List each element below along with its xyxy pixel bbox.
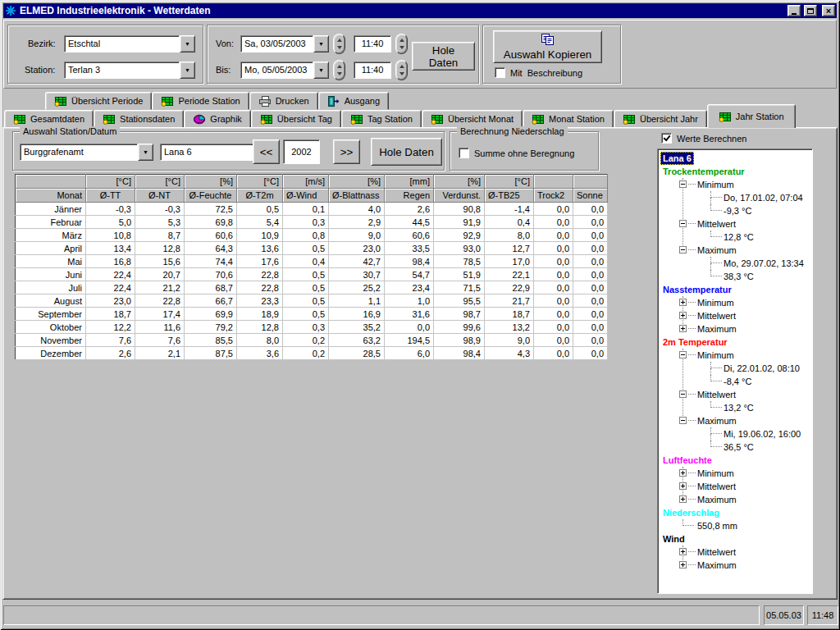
chevron-down-icon[interactable]: ▼ (138, 144, 153, 161)
prev-year-button[interactable]: << (253, 139, 280, 164)
tree-value-node[interactable]: 36,5 °C (724, 441, 754, 454)
tree-node[interactable]: Minimum (697, 178, 734, 191)
werte-berechnen-checkbox[interactable]: Werte Berechnen (661, 133, 746, 144)
tree-expand-icon[interactable] (679, 561, 687, 568)
chevron-down-icon[interactable]: ▼ (180, 62, 195, 79)
tree-expand-icon[interactable] (679, 325, 687, 332)
tree-node[interactable]: Maximum (697, 559, 737, 572)
tree-category-node[interactable]: 2m Temperatur (663, 336, 728, 349)
tree-value-node[interactable]: Di, 22.01.02, 08:10 (724, 362, 800, 375)
station2-value[interactable]: Lana 6 (160, 144, 258, 161)
tree-collapse-icon[interactable] (679, 180, 687, 188)
tree-node[interactable]: Mittelwert (697, 546, 736, 559)
tree-value-node[interactable]: 38,3 °C (724, 270, 754, 283)
tree-expand-icon[interactable] (679, 548, 687, 555)
tree-category-node[interactable]: Niederschlag (663, 506, 719, 519)
tab-tag-station[interactable]: Tag Station (341, 110, 422, 128)
von-date-combobox[interactable]: Sa, 03/05/2003 ▼ (240, 35, 329, 52)
tab-stationsdaten[interactable]: Stationsdaten (94, 110, 184, 128)
chevron-down-icon[interactable]: ▼ (313, 62, 329, 79)
bis-date-combobox[interactable]: Mo, 05/05/2003 ▼ (240, 62, 329, 79)
tree-expand-icon[interactable] (679, 299, 687, 306)
tab-periode-station[interactable]: Periode Station (152, 92, 249, 110)
bis-time-spinner[interactable] (395, 60, 408, 80)
tab-graphik[interactable]: Graphik (184, 110, 251, 128)
von-time-spinner[interactable] (395, 34, 408, 54)
tree-node[interactable]: Minimum (697, 349, 734, 362)
tab-übersicht-periode[interactable]: Übersicht Periode (45, 92, 152, 110)
tree-value-node[interactable]: -8,4 °C (724, 375, 751, 388)
tab-monat-station[interactable]: Monat Station (523, 110, 614, 128)
next-year-button[interactable]: >> (333, 139, 360, 164)
tree-node[interactable]: Maximum (697, 493, 737, 506)
tree-collapse-icon[interactable] (679, 220, 687, 227)
tab-übersicht-tag[interactable]: Übersicht Tag (251, 110, 341, 128)
tree-category-node[interactable]: Luftfeuchte (663, 454, 712, 467)
tree-node[interactable]: Maximum (697, 244, 737, 257)
tree-expand-icon[interactable] (679, 469, 687, 477)
tab-drucken[interactable]: Drucken (249, 92, 318, 110)
checkbox-box[interactable] (459, 148, 469, 158)
von-date-value[interactable]: Sa, 03/05/2003 (240, 35, 313, 52)
von-date-spinner[interactable] (333, 34, 345, 54)
tree-node[interactable]: Maximum (697, 414, 737, 427)
tree-value-node[interactable]: 550,8 mm (697, 519, 737, 532)
station-value[interactable]: Terlan 3 (64, 62, 180, 79)
bezirk-combobox[interactable]: Etschtal ▼ (64, 35, 195, 52)
tree-category-node[interactable]: Wind (663, 532, 685, 546)
close-button[interactable]: × (822, 5, 835, 16)
tab-übersicht-monat[interactable]: Übersicht Monat (422, 110, 523, 128)
tree-node[interactable]: Mittelwert (697, 309, 736, 322)
chevron-down-icon[interactable]: ▼ (180, 35, 195, 52)
von-time-field[interactable]: 11:40 (354, 35, 391, 52)
tree-node[interactable]: Minimum (697, 467, 734, 480)
tree-category-node[interactable]: Nasstemperatur (663, 283, 732, 296)
tree-expand-icon[interactable] (679, 495, 687, 503)
mit-beschreibung-checkbox[interactable]: Mit Beschreibung (495, 67, 582, 78)
checkbox-box[interactable] (495, 67, 505, 78)
summe-ohne-beregnung-checkbox[interactable]: Summe ohne Beregnung (459, 148, 574, 158)
hole-daten-button-2[interactable]: Hole Daten (371, 138, 442, 166)
tree-value-node[interactable]: Do, 17.01.02, 07:04 (724, 191, 803, 204)
checkbox-box[interactable] (661, 133, 672, 144)
tree-node[interactable]: Mittelwert (697, 480, 736, 493)
maximize-button[interactable] (804, 5, 817, 16)
tree-collapse-icon[interactable] (679, 417, 687, 424)
tree-node[interactable]: Mittelwert (697, 388, 736, 401)
tab-jahr-station[interactable]: Jahr Station (707, 104, 796, 128)
tree-value-node[interactable]: Mo, 29.07.02, 13:34 (724, 257, 804, 270)
tree-selected-node[interactable]: Lana 6 (660, 152, 694, 165)
minimize-button[interactable] (788, 5, 801, 16)
tree-expand-icon[interactable] (679, 312, 687, 319)
table-icon (532, 114, 545, 125)
tree-value-node[interactable]: 13,2 °C (724, 401, 754, 414)
tab-übersicht-jahr[interactable]: Übersicht Jahr (614, 110, 707, 128)
tree-node[interactable]: Maximum (697, 322, 737, 336)
district-combobox[interactable]: Burggrafenamt ▼ (20, 144, 153, 161)
snowflake-app-icon[interactable] (5, 5, 16, 16)
tree-collapse-icon[interactable] (679, 246, 687, 253)
tree-collapse-icon[interactable] (679, 351, 687, 358)
tree-value-node[interactable]: -9,3 °C (724, 204, 751, 217)
bezirk-value[interactable]: Etschtal (64, 35, 180, 52)
value-cell: 10,8 (86, 229, 135, 242)
month-cell: März (16, 229, 86, 242)
tree-collapse-icon[interactable] (679, 390, 687, 398)
auswahl-kopieren-button[interactable]: Auswahl Kopieren (493, 30, 602, 63)
bis-date-value[interactable]: Mo, 05/05/2003 (240, 62, 313, 79)
bis-time-field[interactable]: 11:40 (354, 62, 391, 79)
tree-category-node[interactable]: Trockentemperatur (663, 165, 745, 178)
bis-date-spinner[interactable] (333, 60, 345, 80)
year-field[interactable]: 2002 (283, 139, 320, 164)
chevron-down-icon[interactable]: ▼ (313, 35, 329, 52)
tree-node[interactable]: Minimum (697, 296, 734, 309)
tab-gesamtdaten[interactable]: Gesamtdaten (4, 110, 94, 128)
tree-value-node[interactable]: Mi, 19.06.02, 16:00 (724, 427, 801, 441)
hole-daten-button[interactable]: Hole Daten (412, 42, 475, 71)
tab-ausgang[interactable]: Ausgang (318, 92, 389, 110)
tree-value-node[interactable]: 12,8 °C (724, 231, 754, 244)
tree-node[interactable]: Mittelwert (697, 217, 736, 231)
tree-expand-icon[interactable] (679, 482, 687, 490)
station-combobox[interactable]: Terlan 3 ▼ (64, 62, 195, 79)
district-value[interactable]: Burggrafenamt (20, 144, 138, 161)
